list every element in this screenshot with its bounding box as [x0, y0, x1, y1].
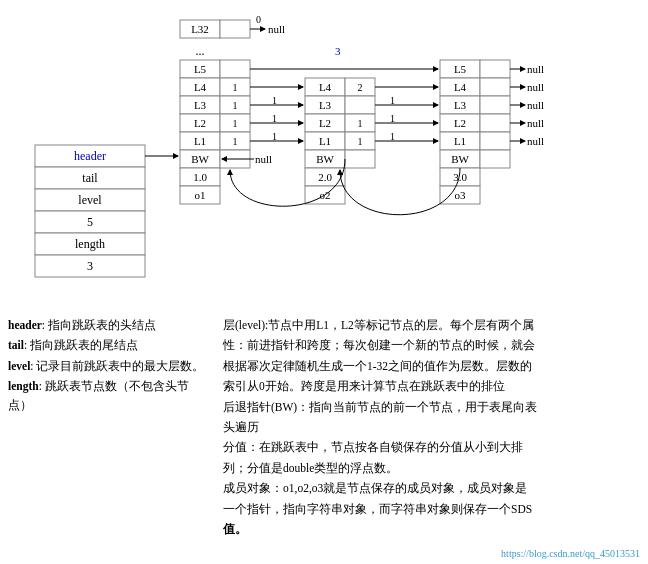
desc-header: header: 指向跳跃表的头结点 — [8, 316, 210, 334]
desc-level-bold: level — [8, 360, 30, 372]
desc-col2-line6: 头遍历 — [223, 418, 640, 436]
desc-col2-line2: 性：前进指针和跨度；每次创建一个新的节点的时候，就会 — [223, 336, 640, 354]
svg-text:L4: L4 — [194, 81, 207, 93]
desc-col2-line11: 值。 — [223, 520, 640, 538]
svg-text:header: header — [74, 149, 106, 163]
desc-level: level: 记录目前跳跃表中的最大层数。 — [8, 357, 210, 375]
watermark: https://blog.csdn.net/qq_45013531 — [501, 546, 640, 562]
desc-col2-line8: 列；分值是double类型的浮点数。 — [223, 459, 640, 477]
svg-rect-83 — [480, 96, 510, 114]
svg-text:0: 0 — [256, 14, 261, 25]
svg-text:1: 1 — [233, 118, 238, 129]
svg-text:2: 2 — [358, 82, 363, 93]
desc-tail: tail: 指向跳跃表的尾结点 — [8, 336, 210, 354]
svg-text:1: 1 — [358, 136, 363, 147]
desc-header-bold: header — [8, 319, 42, 331]
svg-text:2.0: 2.0 — [318, 171, 332, 183]
svg-text:L32: L32 — [191, 23, 209, 35]
svg-text:3: 3 — [87, 259, 93, 273]
svg-text:L3: L3 — [194, 99, 207, 111]
svg-text:3: 3 — [335, 45, 341, 57]
svg-rect-81 — [480, 60, 510, 78]
svg-rect-64 — [345, 150, 375, 168]
svg-text:null: null — [527, 63, 544, 75]
description-col1: header: 指向跳跃表的头结点 tail: 指向跳跃表的尾结点 level:… — [8, 316, 218, 416]
svg-text:L2: L2 — [454, 117, 466, 129]
svg-text:1: 1 — [233, 136, 238, 147]
svg-text:L1: L1 — [454, 135, 466, 147]
svg-text:1: 1 — [358, 118, 363, 129]
svg-text:1: 1 — [390, 95, 395, 106]
description-col2: 层(level):节点中用L1，L2等标记节点的层。每个层有两个属 性：前进指针… — [223, 316, 640, 538]
desc-col2-line9: 成员对象：o1,o2,o3就是节点保存的成员对象，成员对象是 — [223, 479, 640, 497]
desc-col2-line10: 一个指针，指向字符串对象，而字符串对象则保存一个SDS — [223, 500, 640, 518]
svg-text:level: level — [78, 193, 102, 207]
svg-text:1: 1 — [272, 131, 277, 142]
svg-text:L2: L2 — [194, 117, 206, 129]
svg-text:BW: BW — [316, 153, 334, 165]
svg-text:L1: L1 — [194, 135, 206, 147]
svg-rect-32 — [220, 20, 250, 38]
svg-text:null: null — [527, 117, 544, 129]
svg-text:L5: L5 — [454, 63, 467, 75]
desc-length-bold: length — [8, 380, 39, 392]
svg-text:1: 1 — [390, 131, 395, 142]
desc-length: length: 跳跃表节点数（不包含头节点） — [8, 377, 210, 414]
svg-text:tail: tail — [82, 171, 98, 185]
desc-tail-text: : 指向跳跃表的尾结点 — [24, 339, 138, 351]
desc-level-text: : 记录目前跳跃表中的最大层数。 — [30, 360, 204, 372]
desc-col2-line7: 分值：在跳跃表中，节点按各自锁保存的分值从小到大排 — [223, 438, 640, 456]
svg-text:L1: L1 — [319, 135, 331, 147]
svg-text:o3: o3 — [455, 189, 467, 201]
desc-tail-bold: tail — [8, 339, 24, 351]
svg-text:BW: BW — [191, 153, 209, 165]
svg-text:L4: L4 — [454, 81, 467, 93]
svg-text:length: length — [75, 237, 105, 251]
desc-header-text: : 指向跳跃表的头结点 — [42, 319, 156, 331]
svg-text:null: null — [268, 23, 285, 35]
svg-rect-33 — [220, 60, 250, 78]
svg-text:null: null — [255, 153, 272, 165]
svg-rect-84 — [480, 114, 510, 132]
svg-text:...: ... — [196, 44, 205, 58]
svg-text:L5: L5 — [194, 63, 207, 75]
svg-rect-82 — [480, 78, 510, 96]
desc-col2-line4: 索引从0开始。跨度是用来计算节点在跳跃表中的排位 — [223, 377, 640, 395]
svg-text:1: 1 — [272, 95, 277, 106]
svg-text:1: 1 — [233, 100, 238, 111]
svg-text:L3: L3 — [454, 99, 467, 111]
skip-list-svg: header tail level 5 length 3 L32 ... L5 … — [0, 0, 648, 310]
svg-text:null: null — [527, 81, 544, 93]
svg-rect-86 — [480, 150, 510, 168]
svg-text:1.0: 1.0 — [193, 171, 207, 183]
desc-col2-line5: 后退指针(BW)：指向当前节点的前一个节点，用于表尾向表 — [223, 398, 640, 416]
svg-text:null: null — [527, 135, 544, 147]
description-area: header: 指向跳跃表的头结点 tail: 指向跳跃表的尾结点 level:… — [0, 310, 648, 546]
svg-text:BW: BW — [451, 153, 469, 165]
diagram-area: header tail level 5 length 3 L32 ... L5 … — [0, 0, 648, 310]
svg-text:1: 1 — [390, 113, 395, 124]
svg-text:L3: L3 — [319, 99, 332, 111]
svg-text:o1: o1 — [195, 189, 206, 201]
svg-text:1: 1 — [272, 113, 277, 124]
svg-text:L2: L2 — [319, 117, 331, 129]
svg-text:L4: L4 — [319, 81, 332, 93]
svg-text:5: 5 — [87, 215, 93, 229]
desc-col2-line1: 层(level):节点中用L1，L2等标记节点的层。每个层有两个属 — [223, 316, 640, 334]
svg-text:1: 1 — [233, 82, 238, 93]
desc-col2-line3: 根据幂次定律随机生成一个1-32之间的值作为层数。层数的 — [223, 357, 640, 375]
svg-text:null: null — [527, 99, 544, 111]
svg-rect-85 — [480, 132, 510, 150]
svg-rect-59 — [345, 96, 375, 114]
